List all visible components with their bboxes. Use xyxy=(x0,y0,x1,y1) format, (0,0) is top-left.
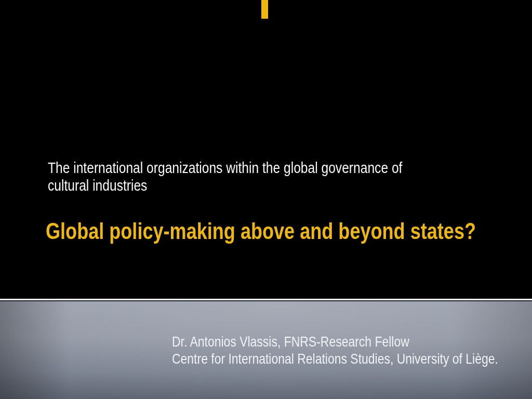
author-block: Dr. Antonios Vlassis, FNRS-Research Fell… xyxy=(172,333,532,367)
author-affiliation: Centre for International Relations Studi… xyxy=(172,350,498,367)
subtitle-line-2: cultural industries xyxy=(48,177,402,194)
presentation-slide: The international organizations within t… xyxy=(0,0,532,399)
accent-bar xyxy=(261,0,268,19)
slide-title-reflection: Global policy-making above and beyond st… xyxy=(46,241,532,266)
slide-title: Global policy-making above and beyond st… xyxy=(46,219,532,244)
slide-subtitle: The international organizations within t… xyxy=(48,159,480,194)
author-name: Dr. Antonios Vlassis, FNRS-Research Fell… xyxy=(172,333,498,350)
subtitle-line-1: The international organizations within t… xyxy=(48,159,402,177)
